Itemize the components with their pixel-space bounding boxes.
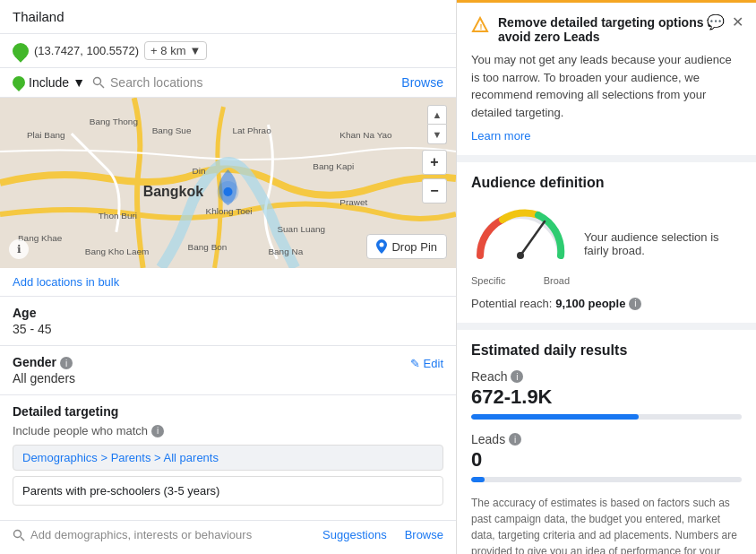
left-panel: Thailand (13.7427, 100.5572) + 8 km ▼ In… <box>0 0 457 554</box>
leads-value: 0 <box>471 448 742 472</box>
gender-edit-button[interactable]: ✎ Edit <box>410 357 443 370</box>
add-targeting-row: Add demographics, interests or behaviour… <box>0 520 456 549</box>
reach-progress-bar <box>471 414 742 420</box>
map-scroll-up[interactable]: ▲ <box>427 105 447 125</box>
leads-progress-fill <box>471 477 485 482</box>
gender-label: Gender <box>13 355 56 369</box>
demographics-breadcrumb[interactable]: Demographics > Parents > All parents <box>13 445 443 471</box>
map-scroll-down[interactable]: ▼ <box>427 125 447 144</box>
potential-reach-value: 9,100 people <box>555 297 625 310</box>
potential-reach-info-icon[interactable]: i <box>629 298 641 310</box>
leads-info-icon[interactable]: i <box>509 433 521 446</box>
svg-text:Bang Kapi: Bang Kapi <box>313 161 354 171</box>
add-targeting-input[interactable]: Add demographics, interests or behaviour… <box>30 528 317 541</box>
pin-icon <box>376 239 387 254</box>
svg-text:Din: Din <box>193 166 206 176</box>
potential-reach-label: Potential reach: <box>471 297 552 310</box>
svg-text:Bang Bon: Bang Bon <box>188 242 228 252</box>
age-section: Age 35 - 45 <box>0 297 456 346</box>
map-scroll-controls: ▲ ▼ <box>427 105 447 144</box>
svg-text:Suan Luang: Suan Luang <box>277 224 325 234</box>
svg-text:Khlong Toei: Khlong Toei <box>206 206 253 216</box>
map-container[interactable]: Bangkok Plai Bang Bang Sue Bang Thong La… <box>0 98 456 268</box>
gender-value: All genders <box>13 371 443 385</box>
chevron-down-icon: ▼ <box>189 44 201 57</box>
browse-targeting-link[interactable]: Browse <box>405 528 443 541</box>
location-header: Thailand <box>0 0 456 34</box>
location-coords-row: (13.7427, 100.5572) + 8 km ▼ <box>0 34 456 68</box>
audience-card: Audience definition <box>457 162 756 323</box>
reach-label: Reach i <box>471 369 742 384</box>
browse-locations-link[interactable]: Browse <box>401 75 443 90</box>
specific-label: Specific <box>471 275 506 286</box>
suggestions-link[interactable]: Suggestions <box>322 528 387 541</box>
include-label: Include <box>29 75 69 90</box>
svg-line-23 <box>21 537 24 541</box>
svg-text:Bang Na: Bang Na <box>268 247 303 256</box>
km-badge[interactable]: + 8 km ▼ <box>144 41 207 60</box>
svg-point-22 <box>14 530 21 537</box>
warning-actions: 💬 ✕ <box>707 15 743 30</box>
detailed-targeting-title-row: Detailed targeting <box>13 404 443 420</box>
results-disclaimer: The accuracy of estimates is based on fa… <box>471 495 742 554</box>
location-name: Thailand <box>13 9 64 24</box>
include-match-info-icon[interactable]: i <box>151 425 164 437</box>
learn-more-link[interactable]: Learn more <box>471 129 530 143</box>
svg-line-1 <box>100 84 104 88</box>
leads-label: Leads i <box>471 432 742 446</box>
zoom-in-button[interactable]: + <box>422 150 447 175</box>
add-targeting-search-icon <box>13 529 25 541</box>
warning-card: ! Remove detailed targeting options to a… <box>457 0 756 155</box>
search-locations-input[interactable]: Search locations <box>92 75 394 90</box>
warning-close-button[interactable]: ✕ <box>732 15 743 30</box>
km-value: + 8 km <box>150 44 185 57</box>
svg-text:Bang Thong: Bang Thong <box>90 117 138 126</box>
gender-info-icon[interactable]: i <box>60 357 73 369</box>
svg-text:Plai Bang: Plai Bang <box>27 130 65 140</box>
include-button[interactable]: Include ▼ <box>13 75 85 90</box>
gender-header: Gender i ✎ Edit <box>13 355 443 371</box>
include-bar: Include ▼ Search locations Browse <box>0 68 456 98</box>
drop-pin-button[interactable]: Drop Pin <box>366 234 447 259</box>
svg-line-25 <box>520 221 545 255</box>
warning-title: Remove detailed targeting options to avo… <box>498 15 742 44</box>
warning-body: You may not get any leads because your a… <box>471 51 742 121</box>
gender-label-row: Gender i <box>13 355 73 371</box>
include-match-text: Include people who match <box>13 424 148 437</box>
svg-text:Lat Phrao: Lat Phrao <box>232 126 271 135</box>
estimated-results-title: Estimated daily results <box>471 342 742 359</box>
leads-progress-bar <box>471 477 742 482</box>
svg-text:Khan Na Yao: Khan Na Yao <box>339 130 392 140</box>
warning-header: ! Remove detailed targeting options to a… <box>471 15 742 44</box>
reach-value: 672-1.9K <box>471 385 742 409</box>
coords-text: (13.7427, 100.5572) <box>34 44 139 57</box>
warning-triangle-icon: ! <box>471 16 489 34</box>
age-label: Age <box>13 306 443 320</box>
potential-reach-row: Potential reach: 9,100 people i <box>471 297 742 310</box>
zoom-out-button[interactable]: − <box>422 178 447 203</box>
broad-label: Broad <box>544 275 570 286</box>
svg-text:!: ! <box>480 22 483 31</box>
drop-pin-label: Drop Pin <box>391 240 437 254</box>
map-info-button[interactable]: ℹ <box>9 239 29 259</box>
map-zoom-controls: + − <box>422 150 447 203</box>
include-match-row: Include people who match i <box>13 424 443 437</box>
audience-card-title: Audience definition <box>471 175 742 191</box>
location-pin-icon <box>9 39 31 62</box>
reach-progress-fill <box>471 414 639 420</box>
reach-info-icon[interactable]: i <box>511 370 523 383</box>
gauge-labels: Specific Broad <box>471 275 570 286</box>
svg-text:Bang Sue: Bang Sue <box>152 126 192 135</box>
search-placeholder: Search locations <box>110 75 203 90</box>
svg-text:Prawet: Prawet <box>339 197 367 207</box>
audience-desc: Your audience selection is fairly broad. <box>584 230 742 257</box>
gauge-wrapper: Specific Broad <box>471 202 570 286</box>
gender-section: Gender i ✎ Edit All genders <box>0 346 456 395</box>
svg-point-21 <box>380 243 384 247</box>
svg-point-26 <box>517 252 524 259</box>
results-card: Estimated daily results Reach i 672-1.9K… <box>457 330 756 554</box>
gauge-container <box>471 202 570 273</box>
warning-message-button[interactable]: 💬 <box>707 15 725 30</box>
add-locations-bulk-link[interactable]: Add locations in bulk <box>0 268 456 297</box>
age-value: 35 - 45 <box>13 322 443 336</box>
